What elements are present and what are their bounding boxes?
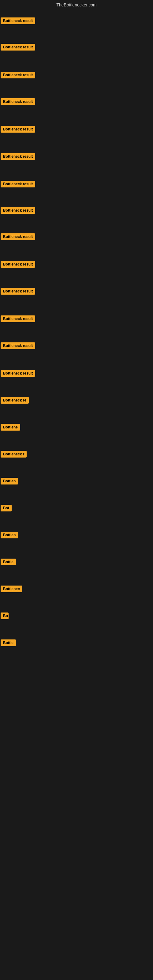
bottleneck-badge-4[interactable]: Bottleneck result (1, 98, 35, 105)
result-row-9: Bottleneck result (1, 233, 35, 241)
bottleneck-badge-9[interactable]: Bottleneck result (1, 233, 35, 240)
bottleneck-badge-12[interactable]: Bottleneck result (1, 315, 35, 322)
bottleneck-badge-2[interactable]: Bottleneck result (1, 44, 35, 51)
result-row-7: Bottleneck result (1, 181, 35, 189)
bottleneck-badge-5[interactable]: Bottleneck result (1, 126, 35, 133)
result-row-3: Bottleneck result (1, 72, 35, 80)
bottleneck-badge-11[interactable]: Bottleneck result (1, 288, 35, 294)
bottleneck-badge-22[interactable]: Bottlenec (1, 585, 22, 592)
bottleneck-badge-3[interactable]: Bottleneck result (1, 72, 35, 78)
result-row-24: Bottle (1, 640, 16, 648)
bottleneck-badge-17[interactable]: Bottleneck r (1, 451, 27, 458)
bottleneck-badge-14[interactable]: Bottleneck result (1, 370, 35, 377)
bottleneck-badge-10[interactable]: Bottleneck result (1, 261, 35, 268)
bottleneck-badge-16[interactable]: Bottlene (1, 424, 20, 431)
bottleneck-badge-24[interactable]: Bottle (1, 640, 16, 646)
result-row-10: Bottleneck result (1, 261, 35, 269)
result-row-16: Bottlene (1, 424, 20, 432)
bottleneck-badge-7[interactable]: Bottleneck result (1, 181, 35, 188)
result-row-12: Bottleneck result (1, 315, 35, 323)
result-row-21: Bottle (1, 558, 16, 566)
result-row-19: Bot (1, 505, 12, 513)
result-row-17: Bottleneck r (1, 451, 27, 459)
result-row-8: Bottleneck result (1, 207, 35, 215)
result-row-20: Bottlen (1, 531, 18, 539)
bottleneck-badge-13[interactable]: Bottleneck result (1, 342, 35, 349)
result-row-15: Bottleneck re (1, 397, 29, 405)
bottleneck-badge-20[interactable]: Bottlen (1, 531, 18, 538)
result-row-5: Bottleneck result (1, 126, 35, 134)
bottleneck-badge-18[interactable]: Bottlen (1, 478, 18, 485)
result-row-1: Bottleneck result (1, 18, 35, 25)
site-header: TheBottlenecker.com (0, 0, 153, 9)
bottleneck-badge-19[interactable]: Bot (1, 505, 12, 511)
result-row-23: Bo (1, 612, 9, 620)
bottleneck-badge-15[interactable]: Bottleneck re (1, 397, 29, 404)
result-row-6: Bottleneck result (1, 153, 35, 161)
result-row-13: Bottleneck result (1, 342, 35, 350)
bottleneck-badge-23[interactable]: Bo (1, 612, 9, 619)
bottleneck-badge-1[interactable]: Bottleneck result (1, 18, 35, 24)
result-row-2: Bottleneck result (1, 44, 35, 52)
bottleneck-badge-21[interactable]: Bottle (1, 558, 16, 565)
bottleneck-badge-6[interactable]: Bottleneck result (1, 153, 35, 160)
result-row-11: Bottleneck result (1, 288, 35, 296)
result-row-22: Bottlenec (1, 585, 22, 593)
result-row-4: Bottleneck result (1, 98, 35, 106)
bottleneck-badge-8[interactable]: Bottleneck result (1, 207, 35, 214)
result-row-14: Bottleneck result (1, 370, 35, 378)
site-title: TheBottlenecker.com (56, 2, 97, 7)
result-row-18: Bottlen (1, 478, 18, 486)
